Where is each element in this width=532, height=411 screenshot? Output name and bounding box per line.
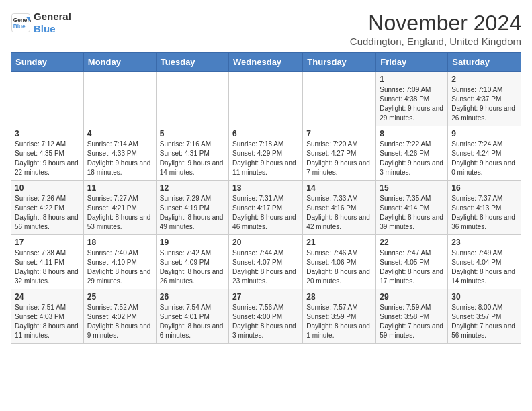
day-cell: 28Sunrise: 7:57 AM Sunset: 3:59 PM Dayli… <box>303 289 376 344</box>
day-info: Sunrise: 7:18 AM Sunset: 4:29 PM Dayligh… <box>232 140 299 177</box>
calendar-table: SundayMondayTuesdayWednesdayThursdayFrid… <box>11 52 521 344</box>
day-number: 11 <box>87 183 152 193</box>
title-area: November 2024 Cuddington, England, Unite… <box>350 11 521 47</box>
header-friday: Friday <box>376 53 448 72</box>
header-saturday: Saturday <box>448 53 521 72</box>
week-row-3: 10Sunrise: 7:26 AM Sunset: 4:22 PM Dayli… <box>11 181 521 235</box>
day-info: Sunrise: 7:49 AM Sunset: 4:04 PM Dayligh… <box>451 248 517 286</box>
header-tuesday: Tuesday <box>156 53 228 72</box>
day-info: Sunrise: 7:44 AM Sunset: 4:07 PM Dayligh… <box>232 248 299 286</box>
day-info: Sunrise: 7:35 AM Sunset: 4:14 PM Dayligh… <box>380 194 444 232</box>
day-number: 27 <box>232 292 299 302</box>
day-info: Sunrise: 7:24 AM Sunset: 4:24 PM Dayligh… <box>451 140 517 177</box>
day-info: Sunrise: 7:10 AM Sunset: 4:37 PM Dayligh… <box>451 85 517 123</box>
day-info: Sunrise: 7:42 AM Sunset: 4:09 PM Dayligh… <box>160 248 225 286</box>
day-cell: 7Sunrise: 7:20 AM Sunset: 4:27 PM Daylig… <box>303 126 376 181</box>
day-info: Sunrise: 7:56 AM Sunset: 4:00 PM Dayligh… <box>232 303 299 340</box>
day-number: 3 <box>15 129 80 138</box>
day-number: 5 <box>160 129 225 138</box>
header-sunday: Sunday <box>11 53 84 72</box>
day-cell: 17Sunrise: 7:38 AM Sunset: 4:11 PM Dayli… <box>11 235 84 289</box>
day-info: Sunrise: 7:09 AM Sunset: 4:38 PM Dayligh… <box>380 85 444 123</box>
day-cell: 5Sunrise: 7:16 AM Sunset: 4:31 PM Daylig… <box>156 126 228 181</box>
day-cell: 2Sunrise: 7:10 AM Sunset: 4:37 PM Daylig… <box>448 72 521 126</box>
header: General Blue General Blue November 2024 … <box>11 11 521 47</box>
day-cell <box>229 72 303 126</box>
logo-text-blue: Blue <box>34 23 71 35</box>
day-info: Sunrise: 7:22 AM Sunset: 4:26 PM Dayligh… <box>380 140 444 177</box>
day-info: Sunrise: 7:52 AM Sunset: 4:02 PM Dayligh… <box>87 303 152 340</box>
day-number: 10 <box>15 183 80 193</box>
day-info: Sunrise: 7:38 AM Sunset: 4:11 PM Dayligh… <box>15 248 80 286</box>
day-cell: 30Sunrise: 8:00 AM Sunset: 3:57 PM Dayli… <box>448 289 521 344</box>
svg-text:Blue: Blue <box>13 24 26 30</box>
day-number: 22 <box>380 238 444 247</box>
header-thursday: Thursday <box>303 53 376 72</box>
day-info: Sunrise: 7:31 AM Sunset: 4:17 PM Dayligh… <box>232 194 299 232</box>
day-number: 26 <box>160 292 225 302</box>
week-row-5: 24Sunrise: 7:51 AM Sunset: 4:03 PM Dayli… <box>11 289 521 344</box>
day-cell: 26Sunrise: 7:54 AM Sunset: 4:01 PM Dayli… <box>156 289 228 344</box>
day-cell <box>83 72 156 126</box>
day-cell: 27Sunrise: 7:56 AM Sunset: 4:00 PM Dayli… <box>229 289 303 344</box>
day-number: 6 <box>232 129 299 138</box>
day-number: 20 <box>232 238 299 247</box>
location: Cuddington, England, United Kingdom <box>350 36 521 47</box>
day-cell: 19Sunrise: 7:42 AM Sunset: 4:09 PM Dayli… <box>156 235 228 289</box>
day-info: Sunrise: 7:40 AM Sunset: 4:10 PM Dayligh… <box>87 248 152 286</box>
day-info: Sunrise: 7:20 AM Sunset: 4:27 PM Dayligh… <box>306 140 372 177</box>
day-cell: 21Sunrise: 7:46 AM Sunset: 4:06 PM Dayli… <box>303 235 376 289</box>
day-info: Sunrise: 7:14 AM Sunset: 4:33 PM Dayligh… <box>87 140 152 177</box>
day-cell: 24Sunrise: 7:51 AM Sunset: 4:03 PM Dayli… <box>11 289 84 344</box>
day-cell: 1Sunrise: 7:09 AM Sunset: 4:38 PM Daylig… <box>376 72 448 126</box>
day-number: 1 <box>380 75 444 84</box>
day-cell: 18Sunrise: 7:40 AM Sunset: 4:10 PM Dayli… <box>83 235 156 289</box>
header-monday: Monday <box>83 53 156 72</box>
day-cell <box>156 72 228 126</box>
day-cell: 9Sunrise: 7:24 AM Sunset: 4:24 PM Daylig… <box>448 126 521 181</box>
day-cell: 20Sunrise: 7:44 AM Sunset: 4:07 PM Dayli… <box>229 235 303 289</box>
day-number: 9 <box>451 129 517 138</box>
day-number: 30 <box>451 292 517 302</box>
day-info: Sunrise: 7:33 AM Sunset: 4:16 PM Dayligh… <box>306 194 372 232</box>
day-number: 4 <box>87 129 152 138</box>
day-number: 23 <box>451 238 517 247</box>
day-number: 18 <box>87 238 152 247</box>
day-number: 16 <box>451 183 517 193</box>
day-cell: 23Sunrise: 7:49 AM Sunset: 4:04 PM Dayli… <box>448 235 521 289</box>
day-cell <box>11 72 84 126</box>
day-cell: 14Sunrise: 7:33 AM Sunset: 4:16 PM Dayli… <box>303 181 376 235</box>
day-info: Sunrise: 7:51 AM Sunset: 4:03 PM Dayligh… <box>15 303 80 340</box>
logo-icon: General Blue <box>11 13 31 33</box>
day-info: Sunrise: 7:54 AM Sunset: 4:01 PM Dayligh… <box>160 303 225 340</box>
day-info: Sunrise: 7:26 AM Sunset: 4:22 PM Dayligh… <box>15 194 80 232</box>
week-row-1: 1Sunrise: 7:09 AM Sunset: 4:38 PM Daylig… <box>11 72 521 126</box>
day-cell: 3Sunrise: 7:12 AM Sunset: 4:35 PM Daylig… <box>11 126 84 181</box>
day-number: 19 <box>160 238 225 247</box>
day-cell: 13Sunrise: 7:31 AM Sunset: 4:17 PM Dayli… <box>229 181 303 235</box>
day-number: 15 <box>380 183 444 193</box>
day-number: 28 <box>306 292 372 302</box>
day-cell: 22Sunrise: 7:47 AM Sunset: 4:05 PM Dayli… <box>376 235 448 289</box>
day-number: 13 <box>232 183 299 193</box>
day-cell: 11Sunrise: 7:27 AM Sunset: 4:21 PM Dayli… <box>83 181 156 235</box>
header-row: SundayMondayTuesdayWednesdayThursdayFrid… <box>11 53 521 72</box>
day-number: 12 <box>160 183 225 193</box>
day-number: 2 <box>451 75 517 84</box>
day-cell: 29Sunrise: 7:59 AM Sunset: 3:58 PM Dayli… <box>376 289 448 344</box>
day-info: Sunrise: 7:37 AM Sunset: 4:13 PM Dayligh… <box>451 194 517 232</box>
day-number: 25 <box>87 292 152 302</box>
day-number: 14 <box>306 183 372 193</box>
logo-text-general: General <box>34 11 71 23</box>
day-cell: 25Sunrise: 7:52 AM Sunset: 4:02 PM Dayli… <box>83 289 156 344</box>
day-info: Sunrise: 7:27 AM Sunset: 4:21 PM Dayligh… <box>87 194 152 232</box>
day-cell: 10Sunrise: 7:26 AM Sunset: 4:22 PM Dayli… <box>11 181 84 235</box>
header-wednesday: Wednesday <box>229 53 303 72</box>
day-number: 17 <box>15 238 80 247</box>
day-info: Sunrise: 7:59 AM Sunset: 3:58 PM Dayligh… <box>380 303 444 340</box>
week-row-4: 17Sunrise: 7:38 AM Sunset: 4:11 PM Dayli… <box>11 235 521 289</box>
day-number: 7 <box>306 129 372 138</box>
day-info: Sunrise: 7:47 AM Sunset: 4:05 PM Dayligh… <box>380 248 444 286</box>
day-info: Sunrise: 7:46 AM Sunset: 4:06 PM Dayligh… <box>306 248 372 286</box>
day-cell: 15Sunrise: 7:35 AM Sunset: 4:14 PM Dayli… <box>376 181 448 235</box>
